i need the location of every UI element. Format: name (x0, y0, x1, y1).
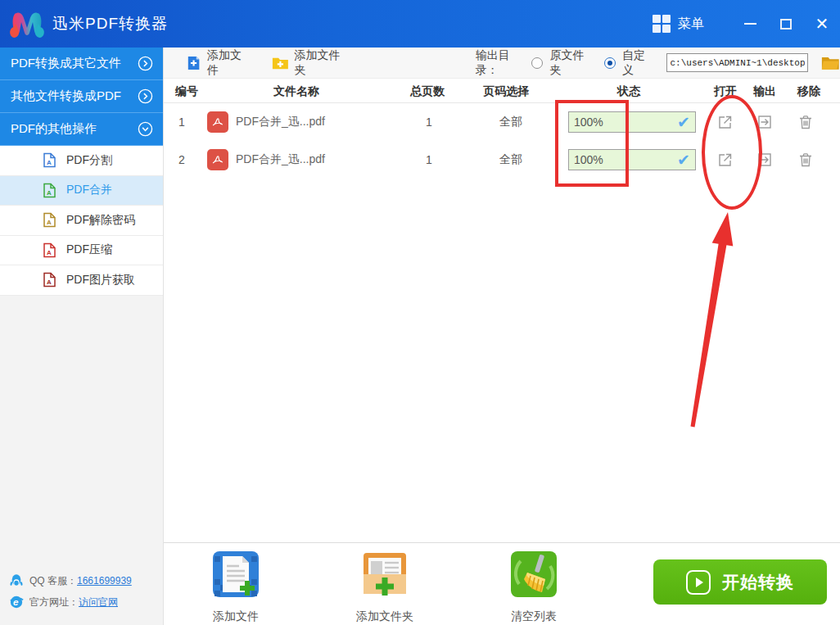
open-output-icon[interactable] (756, 151, 774, 169)
trash-icon[interactable] (797, 113, 815, 131)
add-file-button[interactable]: 添加文件 (187, 48, 249, 78)
col-header-remove: 移除 (797, 84, 820, 99)
qq-number-link[interactable]: 1661699939 (77, 575, 132, 587)
app-window: 迅米PDF转换器 菜单 ✕ PDF转换成其它文件 其他文件转换成PDF PDF的… (0, 0, 840, 625)
open-file-icon[interactable] (716, 113, 734, 131)
svg-text:A: A (47, 248, 52, 256)
sidebar-section-pdf-to-other[interactable]: PDF转换成其它文件 (0, 48, 163, 80)
sidebar-item-label: PDF压缩 (66, 242, 112, 257)
col-header-pages: 总页数 (410, 84, 445, 99)
add-folder-label: 添加文件夹 (294, 48, 345, 78)
maximize-button[interactable] (768, 0, 804, 48)
pdf-doc-icon: A (43, 183, 56, 198)
app-title: 迅米PDF转换器 (52, 13, 168, 34)
add-file-big-button[interactable]: 添加文件 (187, 550, 285, 624)
add-folder-big-label: 添加文件夹 (336, 609, 434, 624)
open-file-icon[interactable] (716, 151, 734, 169)
table-row: 2 PDF合并_迅...pdf 1 全部 100% ✔ (164, 141, 840, 179)
output-path-input[interactable] (666, 53, 808, 72)
pdf-file-icon (207, 111, 228, 133)
start-convert-button[interactable]: 开始转换 (653, 559, 827, 605)
radio-original-folder-label[interactable]: 原文件夹 (549, 48, 589, 78)
browser-e-icon: e (8, 595, 25, 609)
clear-list-big-icon (509, 550, 558, 599)
col-header-range: 页码选择 (483, 84, 529, 99)
progress-value: 100% (574, 153, 603, 166)
close-button[interactable]: ✕ (804, 0, 840, 48)
add-folder-big-icon (360, 550, 409, 599)
maximize-icon (780, 19, 792, 29)
open-output-icon[interactable] (756, 113, 774, 131)
table-row: 1 PDF合并_迅...pdf 1 全部 100% ✔ (164, 103, 840, 141)
sidebar-subitems: A PDF分割 A PDF合并 A PDF解除密码 A PDF压缩 A PDF图… (0, 146, 163, 296)
svg-text:A: A (47, 159, 52, 166)
radio-custom[interactable] (604, 57, 616, 69)
row-number: 2 (178, 153, 185, 166)
sidebar-item-label: PDF分割 (66, 153, 112, 168)
add-folder-icon (272, 55, 289, 71)
sidebar-section-label: 其他文件转换成PDF (11, 88, 138, 104)
sidebar-item-label: PDF图片获取 (66, 273, 135, 288)
sidebar-section-other-to-pdf[interactable]: 其他文件转换成PDF (0, 80, 163, 113)
toolbar: 添加文件 添加文件夹 输出目录： 原文件夹 自定义 (164, 48, 840, 79)
pdf-doc-icon: A (43, 242, 56, 258)
page-range: 全部 (499, 152, 522, 167)
bottom-bar: 添加文件 添加文件夹 清空列表 (164, 542, 840, 625)
progress-bar: 100% ✔ (568, 111, 696, 133)
menu-button[interactable]: 菜单 (653, 15, 704, 33)
sidebar-item-pdf-merge[interactable]: A PDF合并 (0, 176, 163, 206)
sidebar-item-pdf-extract-images[interactable]: A PDF图片获取 (0, 265, 163, 296)
support-info: QQ 客服： 1661699939 e 官方网址： 访问官网 (0, 570, 164, 613)
chevron-right-circle-icon (138, 56, 153, 71)
menu-label: 菜单 (678, 16, 704, 33)
done-check-icon: ✔ (677, 151, 690, 170)
sidebar: PDF转换成其它文件 其他文件转换成PDF PDF的其他操作 A PDF分割 A… (0, 48, 164, 625)
radio-original-folder[interactable] (531, 57, 543, 69)
add-file-big-label: 添加文件 (187, 609, 285, 624)
add-folder-button[interactable]: 添加文件夹 (272, 48, 346, 78)
col-header-filename: 文件名称 (273, 84, 319, 99)
sidebar-item-pdf-compress[interactable]: A PDF压缩 (0, 236, 163, 266)
svg-text:A: A (47, 188, 52, 196)
page-count: 1 (426, 153, 432, 166)
sidebar-item-pdf-split[interactable]: A PDF分割 (0, 146, 163, 176)
file-name: PDF合并_迅...pdf (236, 152, 325, 167)
add-file-big-icon (211, 550, 260, 599)
page-count: 1 (426, 115, 432, 129)
official-site-link[interactable]: 访问官网 (79, 596, 118, 609)
sidebar-section-pdf-other-ops[interactable]: PDF的其他操作 (0, 113, 163, 146)
sidebar-item-label: PDF合并 (66, 183, 112, 197)
sidebar-section-label: PDF的其他操作 (11, 121, 138, 137)
chevron-down-circle-icon (138, 121, 153, 137)
col-header-open: 打开 (714, 84, 737, 99)
radio-custom-label[interactable]: 自定义 (622, 48, 652, 78)
progress-bar: 100% ✔ (568, 149, 696, 170)
browse-folder-icon[interactable] (821, 55, 840, 71)
col-header-status: 状态 (617, 84, 640, 99)
pdf-doc-icon: A (43, 212, 56, 228)
pdf-doc-icon: A (43, 272, 56, 288)
qq-label: QQ 客服： (29, 574, 77, 588)
app-logo-icon (8, 6, 46, 42)
page-range: 全部 (499, 115, 522, 129)
add-file-label: 添加文件 (207, 48, 249, 78)
close-icon: ✕ (815, 16, 829, 32)
grid-menu-icon (653, 15, 671, 33)
done-check-icon: ✔ (677, 113, 690, 132)
col-header-no: 编号 (175, 84, 198, 99)
progress-value: 100% (574, 115, 603, 129)
minimize-icon (744, 23, 756, 25)
svg-text:A: A (47, 219, 52, 226)
start-convert-label: 开始转换 (722, 571, 794, 594)
col-header-output: 输出 (753, 84, 776, 99)
qq-icon (8, 573, 25, 588)
minimize-button[interactable] (732, 0, 768, 48)
add-folder-big-button[interactable]: 添加文件夹 (336, 550, 434, 624)
svg-text:A: A (47, 279, 52, 286)
pdf-file-icon (207, 149, 228, 170)
clear-list-big-button[interactable]: 清空列表 (485, 550, 583, 624)
trash-icon[interactable] (797, 151, 815, 169)
sidebar-item-label: PDF解除密码 (66, 213, 135, 228)
sidebar-item-pdf-remove-password[interactable]: A PDF解除密码 (0, 206, 163, 236)
file-name: PDF合并_迅...pdf (236, 115, 325, 129)
